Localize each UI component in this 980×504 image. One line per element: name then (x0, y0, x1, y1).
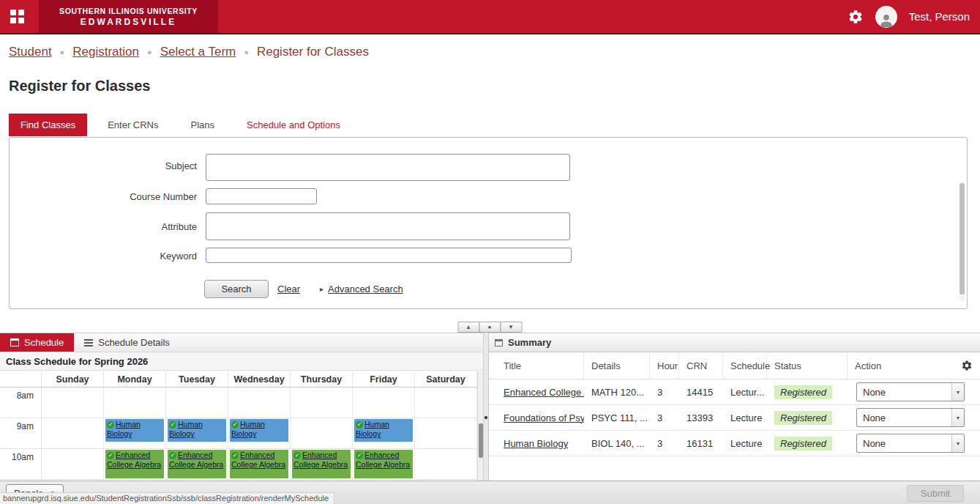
course-hours: 3 (650, 412, 679, 423)
column-hour: Hour (650, 352, 679, 379)
subject-input[interactable] (206, 154, 570, 181)
expand-down-button[interactable]: ▼ (500, 322, 522, 333)
clear-link[interactable]: Clear (277, 284, 300, 294)
find-classes-panel: Subject Course Number Attribute Keyword … (9, 137, 968, 309)
event-enhanced-college-algebra[interactable]: ✓Enhanced College Algebra (168, 450, 226, 478)
header-actions: Test, Person (848, 0, 970, 33)
summary-title: Summary (508, 337, 551, 348)
summary-row: Enhanced College A... MATH 120... 3 1441… (489, 379, 980, 405)
calendar-day-header: Saturday (415, 371, 477, 387)
breadcrumb-registration[interactable]: Registration (72, 45, 139, 59)
tab-plans[interactable]: Plans (179, 114, 227, 136)
action-select[interactable]: None ▼ (856, 408, 965, 427)
summary-row: Foundations of Psyc... PSYC 111, ... 3 1… (489, 405, 980, 431)
chevron-down-icon: ▼ (951, 434, 964, 452)
summary-column-header-row: Title Details Hour CRN Schedule Status A… (489, 352, 980, 379)
event-enhanced-college-algebra[interactable]: ✓Enhanced College Algebra (105, 450, 164, 478)
breadcrumb-select-a-term[interactable]: Select a Term (160, 45, 236, 59)
apps-grid-icon[interactable] (10, 10, 26, 25)
course-title-link[interactable]: Enhanced College A... (489, 387, 584, 398)
event-enhanced-college-algebra[interactable]: ✓Enhanced College Algebra (354, 450, 413, 478)
event-human-biology[interactable]: ✓Human Biology (168, 419, 226, 442)
university-logo[interactable]: SOUTHERN ILLINOIS UNIVERSITY EDWARDSVILL… (39, 0, 218, 33)
breadcrumb-separator: ● (244, 48, 249, 56)
subject-label: Subject (10, 160, 197, 171)
browser-status-text: bannerupgrd.isq.siue.edu/StudentRegistra… (0, 492, 334, 504)
registered-check-icon: ✓ (231, 452, 239, 459)
status-badge: Registered (774, 411, 832, 425)
logo-line1: SOUTHERN ILLINOIS UNIVERSITY (59, 7, 198, 15)
submit-button[interactable]: Submit (907, 485, 964, 502)
course-details: PSYC 111, ... (584, 412, 650, 423)
course-crn: 14415 (679, 387, 723, 398)
column-action: Action (848, 352, 957, 379)
chevron-down-icon: ▼ (951, 383, 964, 401)
schedule-tab-bar: Schedule Schedule Details (0, 333, 483, 352)
column-crn: CRN (679, 352, 723, 379)
column-details: Details (584, 352, 650, 379)
registered-check-icon: ✓ (356, 452, 363, 459)
keyword-input[interactable] (206, 248, 572, 263)
summary-header: Summary (489, 333, 980, 352)
column-status: Status (767, 352, 848, 379)
registered-check-icon: ✓ (107, 421, 114, 429)
event-human-biology[interactable]: ✓Human Biology (230, 419, 288, 442)
calendar-row-8am: 8am (0, 388, 477, 418)
status-badge: Registered (774, 437, 832, 451)
logo-line2: EDWARDSVILLE (81, 17, 176, 27)
course-number-input[interactable] (206, 188, 317, 204)
attribute-input[interactable] (206, 212, 570, 240)
calendar-day-header: Sunday (42, 371, 104, 387)
registered-check-icon: ✓ (293, 452, 301, 459)
calendar-day-header: Friday (353, 371, 415, 387)
advanced-search-link[interactable]: ▸ Advanced Search (320, 284, 403, 294)
column-title: Title (489, 352, 584, 379)
form-scrollbar[interactable] (960, 182, 965, 301)
event-enhanced-college-algebra[interactable]: ✓Enhanced College Algebra (292, 450, 351, 478)
tab-schedule-and-options[interactable]: Schedule and Options (235, 114, 352, 136)
calendar-day-header: Monday (104, 371, 166, 387)
attribute-label: Attribute (10, 221, 197, 232)
calendar-scrollbar[interactable] (477, 371, 483, 481)
page-title: Register for Classes (9, 78, 150, 94)
summary-row: Human Biology BIOL 140, ... 3 16131 Lect… (489, 431, 980, 456)
course-schedule-type: Lecture (723, 412, 767, 423)
column-schedule: Schedule (723, 352, 767, 379)
calendar-day-header: Wednesday (228, 371, 291, 387)
registered-check-icon: ✓ (169, 452, 176, 459)
schedule-panel: Schedule Schedule Details Class Schedule… (0, 333, 483, 481)
weekly-calendar: Sunday Monday Tuesday Wednesday Thursday… (0, 371, 477, 481)
user-avatar-icon[interactable] (875, 6, 897, 28)
breadcrumb-student[interactable]: Student (9, 45, 52, 59)
course-title-link[interactable]: Foundations of Psyc... (489, 412, 584, 423)
search-button[interactable]: Search (204, 280, 269, 298)
form-scrollbar-thumb[interactable] (960, 183, 965, 294)
tab-schedule[interactable]: Schedule (0, 333, 74, 352)
tab-schedule-details[interactable]: Schedule Details (74, 333, 180, 352)
course-schedule-type: Lectur... (723, 387, 767, 398)
expand-up-button[interactable]: ▲ (457, 322, 479, 333)
breadcrumb-register-for-classes: Register for Classes (257, 45, 369, 59)
settings-gear-icon[interactable] (848, 9, 864, 25)
calendar-row-9am: 9am ✓Human Biology ✓Human Biology ✓Human… (0, 418, 477, 449)
reset-panes-button[interactable]: ● (479, 322, 501, 333)
time-label: 8am (0, 388, 42, 418)
calendar-day-header: Tuesday (166, 371, 228, 387)
event-enhanced-college-algebra[interactable]: ✓Enhanced College Algebra (230, 450, 288, 478)
vertical-splitter[interactable] (483, 333, 489, 481)
event-human-biology[interactable]: ✓Human Biology (354, 419, 413, 442)
summary-settings-gear-icon[interactable] (961, 360, 973, 371)
time-label: 10am (0, 449, 42, 479)
tab-find-classes[interactable]: Find Classes (9, 114, 87, 136)
course-title-link[interactable]: Human Biology (489, 438, 584, 449)
calendar-row-10am: 10am ✓Enhanced College Algebra ✓Enhanced… (0, 449, 477, 480)
course-hours: 3 (650, 438, 679, 449)
bottom-split-area: Schedule Schedule Details Class Schedule… (0, 333, 980, 481)
tab-enter-crns[interactable]: Enter CRNs (96, 114, 170, 136)
course-crn: 16131 (679, 438, 723, 449)
app-header: SOUTHERN ILLINOIS UNIVERSITY EDWARDSVILL… (0, 0, 980, 35)
registered-check-icon: ✓ (107, 452, 114, 459)
action-select[interactable]: None ▼ (856, 434, 965, 453)
event-human-biology[interactable]: ✓Human Biology (105, 419, 164, 442)
action-select[interactable]: None ▼ (856, 382, 965, 401)
